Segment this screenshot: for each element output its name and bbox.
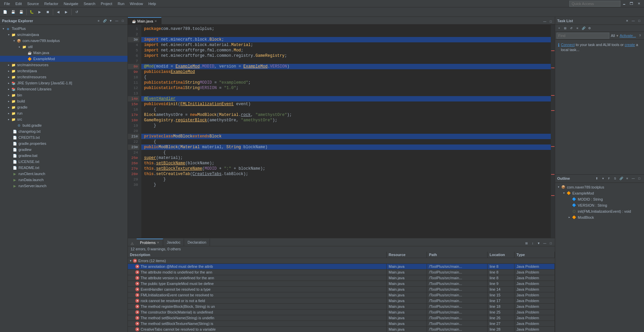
problem-row-11[interactable]: ✕CreativeTabs cannot be resolved to a va…: [128, 327, 555, 332]
minimize-panel-btn[interactable]: —: [114, 18, 119, 24]
tree-item-readme[interactable]: 📄 README.txt: [0, 165, 128, 171]
tree-item-run[interactable]: ▸ 📁 run: [0, 110, 128, 116]
tree-item-gradle-props[interactable]: 📄 gradle.properties: [0, 140, 128, 147]
tree-item-package[interactable]: ▾ 📦 com.naver789.toolplus: [0, 38, 128, 44]
tree-item-src-test-res[interactable]: ▸ 📁 src/test/resources: [0, 74, 128, 80]
problem-row-6[interactable]: ✕rock cannot be resolved or is not a fie…: [128, 298, 555, 304]
outline-item-version[interactable]: ▸ 🔷 VERSION : String: [555, 202, 644, 208]
problems-sort-btn[interactable]: ↕: [530, 241, 535, 246]
problem-row-10[interactable]: ✕The method setBlockTextureName(String) …: [128, 321, 555, 327]
all-link[interactable]: All: [611, 34, 615, 38]
tab-problems[interactable]: Problems ✕: [137, 239, 163, 246]
new-task-btn[interactable]: +: [557, 26, 562, 31]
problems-maximize-btn[interactable]: □: [548, 241, 553, 246]
problem-row-5[interactable]: ✕FMLInitializationEvent cannot be resolv…: [128, 292, 555, 298]
problem-row-3[interactable]: ✕The public type ExampleMod must be defi…: [128, 281, 555, 287]
tree-item-ref-libs[interactable]: ▸ 📚 Referenced Libraries: [0, 86, 128, 92]
problem-row-9[interactable]: ✕The method setBlockName(String) is unde…: [128, 315, 555, 321]
create-link[interactable]: create: [625, 43, 635, 47]
tree-item-gradlew[interactable]: 📄 gradlew: [0, 147, 128, 153]
problem-row-7[interactable]: ✕The method registerBlock(Block, String)…: [128, 304, 555, 309]
menu-project[interactable]: Project: [98, 1, 115, 6]
outline-hide-fields-btn[interactable]: F: [606, 176, 612, 181]
problem-row-4[interactable]: ✕EventHandler cannot be resolved to a ty…: [128, 287, 555, 292]
task-refresh-btn[interactable]: ↺: [569, 26, 574, 31]
tree-item-changelog[interactable]: 📄 changelog.txt: [0, 128, 128, 134]
tree-item-runclient[interactable]: ▶ runClient.launch: [0, 171, 128, 177]
editor-maximize-btn[interactable]: □: [548, 19, 553, 24]
menu-help[interactable]: Help: [146, 1, 159, 6]
task-filter-btn[interactable]: ⊞: [563, 26, 568, 31]
outline-item-pkg[interactable]: ▾ 📦 com.naver789.toolplus: [555, 184, 644, 190]
outline-item-modblock[interactable]: ▸ 🔶 ModBlock: [555, 214, 644, 220]
tree-item-src-main-res[interactable]: ▸ 📁 src/main/resources: [0, 62, 128, 68]
tree-item-jre[interactable]: ▸ 📚 JRE System Library [JavaSE-1.8]: [0, 80, 128, 86]
tree-item-gradlew-bat[interactable]: 📄 gradlew.bat: [0, 153, 128, 159]
editor-tab-main-java[interactable]: ☕ Main.java ✕: [128, 17, 162, 25]
outline-item-modid[interactable]: ▸ 🔷 MODID : String: [555, 196, 644, 202]
maximize-panel-btn[interactable]: □: [120, 18, 126, 24]
back-btn[interactable]: ◀: [55, 8, 62, 16]
tab-problems-close[interactable]: ✕: [157, 241, 159, 244]
outline-filter-btn[interactable]: ▾: [600, 176, 606, 181]
stop-btn[interactable]: ⏹: [44, 8, 51, 16]
outline-max-btn[interactable]: □: [637, 176, 642, 181]
task-link-btn[interactable]: 🔗: [581, 26, 586, 31]
outline-item-init[interactable]: ▸ ⬡ init(FMLInitializationEvent) : void: [555, 208, 644, 214]
outline-hide-static-btn[interactable]: S: [612, 176, 618, 181]
tree-item-license[interactable]: 📄 LICENSE.txt: [0, 159, 128, 165]
quick-access-input[interactable]: [569, 1, 620, 7]
save-all-btn[interactable]: 💾: [17, 8, 25, 16]
task-list-min-btn[interactable]: —: [631, 18, 636, 24]
tree-item-src-main-java[interactable]: ▾ 📁 src/main/java: [0, 32, 128, 38]
close-btn[interactable]: ✕: [635, 0, 643, 7]
editor-minimize-btn[interactable]: —: [542, 19, 547, 24]
tree-item-build[interactable]: ▸ 📁 build: [0, 98, 128, 104]
outline-collapse-btn[interactable]: ≡: [624, 176, 630, 181]
outline-item-examplemod[interactable]: ▾ 🔶 ExampleMod: [555, 190, 644, 196]
problems-minimize-btn[interactable]: —: [542, 241, 547, 246]
code-content[interactable]: package com.naver789.toolplus; import ne…: [141, 25, 551, 238]
problem-row-1[interactable]: ✕The attribute modid is undefined for th…: [128, 269, 555, 275]
tab-close-btn[interactable]: ✕: [154, 19, 157, 23]
tree-item-credits[interactable]: 📄 CREDITS.txt: [0, 134, 128, 140]
tab-javadoc[interactable]: Javadoc: [163, 239, 184, 246]
minimize-btn[interactable]: 🗕: [620, 0, 628, 7]
problems-filter-btn[interactable]: ⊞: [524, 241, 529, 246]
problems-options-btn[interactable]: ▼: [536, 241, 541, 246]
menu-edit[interactable]: Edit: [13, 1, 25, 6]
menu-refactor[interactable]: Refactor: [42, 1, 61, 6]
problem-row-0[interactable]: ✕The annotation @Mod must define the att…: [128, 264, 555, 269]
maximize-btn[interactable]: 🗖: [628, 0, 635, 7]
menu-file[interactable]: File: [1, 1, 13, 6]
task-list-close-btn[interactable]: ✕: [624, 18, 630, 24]
tree-item-src-test-java[interactable]: ▸ 📁 src/test/java: [0, 68, 128, 74]
menu-navigate[interactable]: Navigate: [61, 1, 81, 6]
tree-item-examplemod[interactable]: ▸ 🔶 ExampleMod: [0, 56, 128, 62]
menu-window[interactable]: Window: [127, 1, 146, 6]
outline-sort-btn[interactable]: ⬆: [594, 176, 600, 181]
menu-search[interactable]: Search: [81, 1, 98, 6]
code-editor[interactable]: 1 2 3⊘ 4 5 6 7 8⊘ 9⊘ 10 11 12 13 14⊘ 15⊘…: [128, 25, 555, 238]
tree-item-runserver[interactable]: ▶ runServer.launch: [0, 183, 128, 189]
error-group-row[interactable]: ▾ ✕ Errors (12 items): [128, 258, 555, 264]
view-menu-btn[interactable]: ▼: [108, 18, 113, 24]
tree-item-bin[interactable]: ▸ 📁 bin: [0, 92, 128, 98]
tree-item-build-gradle[interactable]: ▸ ⚙ build.gradle: [0, 122, 128, 128]
tree-item-gradle[interactable]: ▸ 📁 gradle: [0, 104, 128, 110]
tree-item-main-java[interactable]: ▸ ☕ Main.java: [0, 50, 128, 56]
task-help-btn[interactable]: ?: [637, 33, 643, 38]
refresh-btn[interactable]: ↺: [73, 8, 80, 16]
task-list-max-btn[interactable]: □: [637, 18, 642, 24]
link-editor-btn[interactable]: 🔗: [102, 18, 107, 24]
problem-row-8[interactable]: ✕The constructor Block(Material) is unde…: [128, 309, 555, 315]
debug-btn[interactable]: 🐛: [28, 8, 35, 16]
tab-declaration[interactable]: Declaration: [184, 239, 210, 246]
collapse-all-btn[interactable]: ≡: [96, 18, 101, 24]
save-btn[interactable]: 💾: [9, 8, 17, 16]
tree-item-src[interactable]: ▸ 📁 src: [0, 116, 128, 122]
new-btn[interactable]: 📄: [1, 8, 9, 16]
outline-min-btn[interactable]: —: [631, 176, 636, 181]
task-collapse-btn[interactable]: ≡: [575, 26, 580, 31]
task-settings-btn[interactable]: ⚙: [587, 26, 592, 31]
